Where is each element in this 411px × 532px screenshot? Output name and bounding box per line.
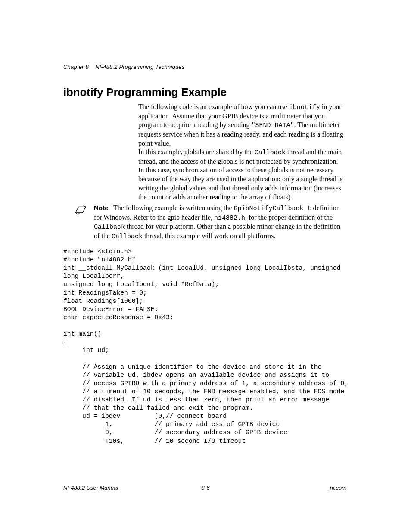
text-run: thread and the main thread, and the acce… <box>138 148 343 201</box>
running-header: Chapter 8 NI-488.2 Programming Technique… <box>63 64 184 70</box>
note-text: Note The following example is written us… <box>94 204 348 241</box>
inline-code: Callback <box>255 149 286 156</box>
text-run: , for the proper definition of the <box>245 214 333 221</box>
text-run: The following example is written using t… <box>113 204 234 212</box>
chapter-label: Chapter 8 <box>63 64 89 70</box>
inline-code: ni4882.h <box>214 215 245 222</box>
text-run: In this example, globals are shared by t… <box>138 148 255 156</box>
inline-code: "SEND DATA" <box>252 122 294 129</box>
section-title: ibnotify Programming Example <box>63 86 227 99</box>
footer-page-number: 8-6 <box>0 485 411 491</box>
header-title: NI-488.2 Programming Techniques <box>95 64 184 70</box>
code-block: #include <stdio.h> #include "ni4882.h" i… <box>63 248 356 445</box>
note-label: Note <box>94 204 108 212</box>
note-block: Note The following example is written us… <box>63 204 348 241</box>
note-icon <box>74 205 87 215</box>
inline-code: Callback <box>112 233 143 240</box>
text-run: The following code is an example of how … <box>138 103 289 110</box>
inline-code: ibnotify <box>289 104 320 111</box>
footer-right: ni.com <box>330 485 346 491</box>
text-run: thread, this example will work on all pl… <box>143 232 275 240</box>
body-paragraph: In this example, globals are shared by t… <box>138 148 344 202</box>
inline-code: GpibNotifyCallback_t <box>234 205 311 212</box>
body-paragraph: The following code is an example of how … <box>138 103 344 148</box>
inline-code: Callback <box>94 224 125 231</box>
document-page: Chapter 8 NI-488.2 Programming Technique… <box>0 0 411 532</box>
